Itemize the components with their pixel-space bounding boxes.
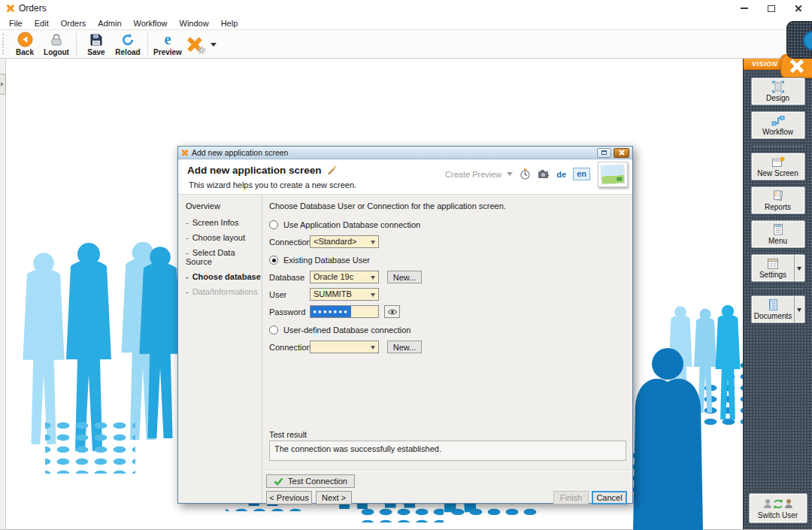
radio-app-database-connection-label: Use Application Database connection <box>283 220 420 229</box>
radio-user-defined-connection[interactable] <box>269 326 278 335</box>
check-icon <box>274 477 283 486</box>
radio-app-database-connection[interactable] <box>269 220 278 229</box>
magic-wand-icon <box>326 165 338 176</box>
workflow-icon <box>771 114 785 127</box>
switch-user-icon <box>763 498 793 510</box>
step-instruction: Choose Database User or Connection for t… <box>269 201 626 210</box>
panel-expand-handle[interactable] <box>0 74 6 95</box>
wizard-step-nav: Overview Screen Infos Choose layout Sele… <box>178 195 262 503</box>
next-button[interactable]: Next > <box>316 491 352 504</box>
database-label: Database <box>269 273 310 282</box>
menu-window[interactable]: Window <box>174 18 215 29</box>
toolbar-grip[interactable] <box>2 34 5 54</box>
reports-icon <box>771 189 785 202</box>
window-close-button[interactable] <box>785 0 812 17</box>
app-logo-x-icon <box>6 5 14 13</box>
documents-notebook-icon <box>766 298 780 311</box>
camera-icon[interactable] <box>538 169 550 179</box>
design-button[interactable]: Design <box>751 77 805 105</box>
visionx-menu-button[interactable] <box>183 33 206 56</box>
nav-step-screen-infos[interactable]: Screen Infos <box>186 218 262 227</box>
svg-text:e: e <box>165 32 171 47</box>
menu-help[interactable]: Help <box>215 18 244 29</box>
nav-step-choose-layout[interactable]: Choose layout <box>186 233 262 242</box>
logout-lock-icon <box>49 32 64 47</box>
thumbnail-image <box>600 164 625 185</box>
edge-preview-icon: e <box>160 32 175 47</box>
screen-preview-thumbnail <box>598 162 628 187</box>
window-maximize-button[interactable] <box>758 0 785 17</box>
left-panel-strip <box>0 59 6 529</box>
previous-button[interactable]: < Previous <box>266 491 312 504</box>
window-minimize-button[interactable] <box>731 0 758 17</box>
timer-icon[interactable] <box>520 168 531 180</box>
radio-existing-database-user-label: Existing Database User <box>283 256 370 265</box>
reports-button[interactable]: Reports <box>751 186 805 214</box>
new-connection-button[interactable]: New... <box>387 341 422 353</box>
reload-button[interactable]: Reload <box>112 31 144 57</box>
password-masked-value: ●●●●●●● <box>311 306 351 317</box>
dialog-subtitle: This wizard helps you to create a new sc… <box>189 180 356 189</box>
back-icon <box>17 32 33 47</box>
floating-assistant-widget[interactable] <box>786 21 812 59</box>
main-workspace: VISION Design Workflow <box>0 59 812 530</box>
dialog-close-button[interactable] <box>614 148 629 158</box>
password-field[interactable]: ●●●●●●● <box>310 305 379 318</box>
password-label: Password <box>269 307 310 316</box>
radio-user-defined-connection-label: User-defined Database connection <box>283 326 411 335</box>
cancel-button[interactable]: Cancel <box>592 491 627 504</box>
menu-orders[interactable]: Orders <box>55 18 92 29</box>
create-preview-button[interactable]: Create Preview <box>445 169 513 179</box>
test-connection-button[interactable]: Test Connection <box>266 474 355 488</box>
visionx-sidebar: VISION Design Workflow <box>743 59 812 529</box>
menu-edit[interactable]: Edit <box>29 18 55 29</box>
dialog-maximize-button[interactable] <box>597 148 611 158</box>
save-button[interactable]: Save <box>80 31 112 57</box>
back-button[interactable]: Back <box>9 31 41 57</box>
switch-user-button[interactable]: Switch User <box>749 493 807 523</box>
settings-dropdown-arrow[interactable] <box>794 255 804 281</box>
menu-workflow[interactable]: Workflow <box>128 18 174 29</box>
menu-admin[interactable]: Admin <box>92 18 127 29</box>
finish-button: Finish <box>553 491 589 504</box>
close-icon <box>795 5 802 12</box>
connection-combobox[interactable]: <Standard> <box>310 235 379 248</box>
user-label: User <box>269 290 310 299</box>
preview-button[interactable]: e Preview <box>152 31 183 57</box>
nav-step-choose-database[interactable]: Choose database <box>186 272 262 281</box>
window-titlebar: Orders <box>0 0 812 17</box>
nav-step-data-informations: Data/Informations <box>186 287 262 296</box>
new-screen-button[interactable]: New Screen <box>751 153 805 180</box>
dialog-titlebar[interactable]: Add new application screen <box>178 147 632 159</box>
gear-icon <box>197 46 206 55</box>
documents-dropdown-arrow[interactable] <box>794 296 804 323</box>
menu-bar: File Edit Orders Admin Workflow Window H… <box>0 17 812 30</box>
minimize-icon <box>741 8 748 9</box>
toolbar-dropdown-caret[interactable] <box>211 43 217 50</box>
language-en-button[interactable]: en <box>573 168 590 180</box>
documents-button[interactable]: Documents <box>751 295 805 323</box>
menu-button[interactable]: Menu <box>751 220 805 248</box>
nav-step-select-data-source[interactable]: Select Data Source <box>186 248 262 266</box>
dialog-header: Add new application screen This wizard h… <box>178 159 632 195</box>
dialog-title: Add new application screen <box>187 165 322 176</box>
wizard-step-content: Choose Database User or Connection for t… <box>262 195 632 503</box>
user-combobox[interactable]: SUMMITB <box>310 288 379 301</box>
dialog-maximize-icon <box>601 150 607 155</box>
new-database-button[interactable]: New... <box>387 271 422 283</box>
reload-icon <box>120 32 135 47</box>
settings-button[interactable]: Settings <box>751 254 805 282</box>
language-de-button[interactable]: de <box>556 170 566 179</box>
connection-label: Connection <box>269 238 310 247</box>
visionx-x-icon <box>790 59 804 74</box>
sidebar-separator <box>753 146 803 147</box>
show-password-button[interactable] <box>384 305 400 318</box>
database-combobox[interactable]: Oracle 19c <box>310 271 379 283</box>
workflow-button[interactable]: Workflow <box>751 111 805 139</box>
menu-file[interactable]: File <box>3 18 29 29</box>
dialog-close-icon <box>619 150 625 156</box>
radio-existing-database-user[interactable] <box>269 256 278 265</box>
maximize-icon <box>768 5 775 12</box>
logout-button[interactable]: Logout <box>41 31 72 57</box>
user-defined-connection-combobox[interactable] <box>310 341 379 353</box>
